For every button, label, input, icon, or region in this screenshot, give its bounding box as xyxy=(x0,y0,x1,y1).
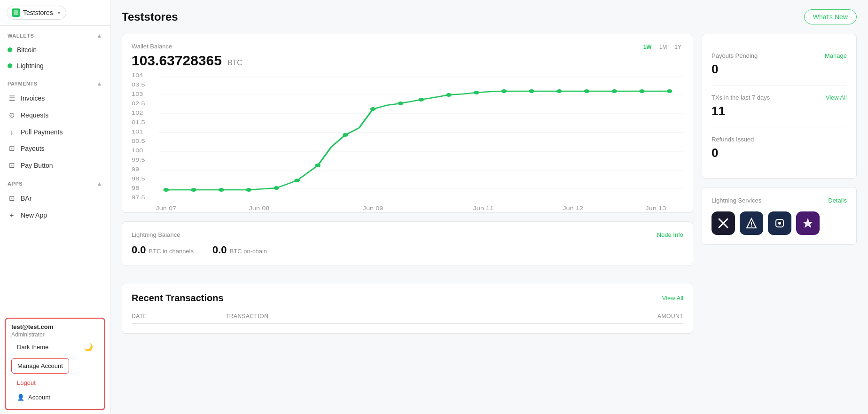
service-icon-3[interactable] xyxy=(768,211,791,235)
transactions-view-all[interactable]: View All xyxy=(662,295,683,302)
txs-stat: TXs in the last 7 days View All 11 xyxy=(712,86,847,127)
svg-text:104: 104 xyxy=(132,73,143,78)
svg-marker-55 xyxy=(803,218,813,228)
account-person-icon: 👤 xyxy=(17,394,24,401)
pull-payments-icon: ↓ xyxy=(8,128,16,136)
sidebar-item-requests[interactable]: ⊙ Requests xyxy=(0,107,110,124)
requests-label: Requests xyxy=(21,111,48,119)
svg-text:98.5: 98.5 xyxy=(132,176,145,181)
txs-view-all[interactable]: View All xyxy=(826,94,847,101)
left-column: Wallet Balance 103.63728365 BTC 1W 1M 1Y xyxy=(122,34,693,334)
node-info-link[interactable]: Node Info xyxy=(657,231,683,238)
svg-text:98: 98 xyxy=(132,186,139,191)
wallet-unit: BTC xyxy=(227,59,242,67)
services-header: Lightning Services Details xyxy=(712,197,847,204)
svg-text:Jun 11: Jun 11 xyxy=(473,206,493,211)
svg-text:103: 103 xyxy=(132,92,143,97)
svg-point-52 xyxy=(751,226,752,227)
col-amount: Amount xyxy=(589,313,683,320)
svg-point-36 xyxy=(529,89,534,93)
store-selector[interactable]: Teststores ▾ xyxy=(0,0,110,26)
sidebar-item-pull-payments[interactable]: ↓ Pull Payments xyxy=(0,124,110,140)
lightning-header: Lightning Balance Node Info xyxy=(132,231,683,238)
new-app-label: New App xyxy=(21,211,47,219)
lightning-in-channels: 0.0 BTC in channels xyxy=(132,244,194,256)
apps-section-header: APPS ▲ xyxy=(0,174,110,190)
sidebar-item-account[interactable]: 👤 Account xyxy=(11,390,99,405)
refunds-label: Refunds Issued xyxy=(712,136,754,143)
account-role: Administrator xyxy=(11,331,99,338)
time-filter-1y[interactable]: 1Y xyxy=(673,43,683,51)
svg-text:99.5: 99.5 xyxy=(132,157,145,163)
wallet-balance-label: Wallet Balance xyxy=(132,43,242,50)
svg-text:01.5: 01.5 xyxy=(132,120,145,125)
sidebar-item-pay-button[interactable]: ⊡ Pay Button xyxy=(0,157,110,174)
svg-point-23 xyxy=(191,188,196,192)
svg-text:101: 101 xyxy=(132,129,143,134)
sidebar-item-payouts[interactable]: ⊡ Payouts xyxy=(0,140,110,157)
txs-label: TXs in the last 7 days xyxy=(712,94,770,101)
svg-text:100: 100 xyxy=(132,148,143,153)
payments-section-header: PAYMENTS ▲ xyxy=(0,74,110,90)
recent-transactions-card: Recent Transactions View All Date Transa… xyxy=(122,283,693,334)
whats-new-button[interactable]: What's New xyxy=(804,9,857,24)
svg-point-41 xyxy=(667,89,673,93)
payouts-pending-label: Payouts Pending xyxy=(712,52,758,59)
store-icon xyxy=(12,8,20,17)
bar-icon: ⊡ xyxy=(8,194,16,203)
payments-collapse-icon[interactable]: ▲ xyxy=(97,80,102,87)
wallet-balance-card: Wallet Balance 103.63728365 BTC 1W 1M 1Y xyxy=(122,34,693,213)
sidebar-item-lightning[interactable]: Lightning xyxy=(0,58,110,74)
svg-text:03.5: 03.5 xyxy=(132,82,145,87)
transactions-title: Recent Transactions xyxy=(132,293,224,304)
manage-account-button[interactable]: Manage Account xyxy=(11,358,69,374)
sidebar-item-bitcoin[interactable]: Bitcoin xyxy=(0,42,110,58)
sidebar-item-new-app[interactable]: + New App xyxy=(0,207,110,223)
svg-point-40 xyxy=(639,89,645,93)
time-filter-1m[interactable]: 1M xyxy=(657,43,669,51)
sidebar-item-invoices[interactable]: ☰ Invoices xyxy=(0,90,110,107)
logout-link[interactable]: Logout xyxy=(11,375,99,390)
manage-link[interactable]: Manage xyxy=(825,52,847,59)
apps-collapse-icon[interactable]: ▲ xyxy=(97,180,102,187)
dark-theme-row: Dark theme 🌙 xyxy=(11,338,99,356)
service-icon-1[interactable] xyxy=(712,211,735,235)
in-channels-value: 0.0 xyxy=(132,244,146,256)
lightning-balance-card: Lightning Balance Node Info 0.0 BTC in c… xyxy=(122,221,693,266)
svg-text:Jun 08: Jun 08 xyxy=(249,206,269,211)
service-icon-4[interactable] xyxy=(796,211,820,235)
store-name: Teststores xyxy=(23,9,53,16)
svg-point-31 xyxy=(398,102,403,105)
svg-text:Jun 07: Jun 07 xyxy=(156,206,176,211)
refunds-value: 0 xyxy=(712,146,847,160)
stats-card: Payouts Pending Manage 0 TXs in the last… xyxy=(702,34,857,179)
payouts-label: Payouts xyxy=(21,145,45,152)
payouts-pending-value: 0 xyxy=(712,62,847,77)
svg-text:00.5: 00.5 xyxy=(132,139,145,144)
svg-point-22 xyxy=(164,188,169,192)
account-panel: test@test.com Administrator Dark theme 🌙… xyxy=(5,318,105,410)
right-column: Payouts Pending Manage 0 TXs in the last… xyxy=(702,34,857,334)
wallets-collapse-icon[interactable]: ▲ xyxy=(97,32,102,39)
service-icon-2[interactable] xyxy=(740,211,763,235)
svg-point-33 xyxy=(446,93,452,97)
dashboard-grid: Wallet Balance 103.63728365 BTC 1W 1M 1Y xyxy=(122,34,857,334)
svg-text:97.5: 97.5 xyxy=(132,195,145,200)
svg-text:99: 99 xyxy=(132,167,139,172)
time-filter-1w[interactable]: 1W xyxy=(641,43,654,51)
svg-point-37 xyxy=(556,89,562,93)
lightning-services-label: Lightning Services xyxy=(712,197,761,204)
svg-text:Jun 12: Jun 12 xyxy=(563,206,583,211)
bitcoin-label: Bitcoin xyxy=(17,46,37,54)
svg-point-29 xyxy=(343,133,348,137)
on-chain-value: 0.0 xyxy=(212,244,227,256)
sidebar-item-bar[interactable]: ⊡ BAr xyxy=(0,190,110,207)
details-link[interactable]: Details xyxy=(828,197,847,204)
moon-icon[interactable]: 🌙 xyxy=(84,343,93,352)
svg-point-38 xyxy=(584,89,590,93)
time-filters: 1W 1M 1Y xyxy=(641,43,683,51)
svg-point-34 xyxy=(474,91,479,94)
sidebar: Teststores ▾ WALLETS ▲ Bitcoin Lightning… xyxy=(0,0,110,414)
on-chain-unit: BTC on-chain xyxy=(230,248,267,255)
refunds-stat: Refunds Issued 0 xyxy=(712,127,847,169)
